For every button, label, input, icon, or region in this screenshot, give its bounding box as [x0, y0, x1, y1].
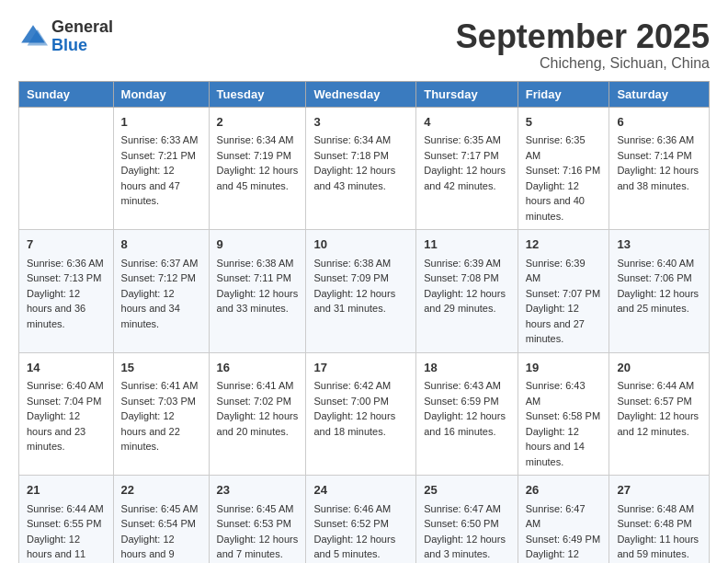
sunset-text: Sunset: 7:17 PM — [424, 150, 498, 161]
calendar-cell: 11Sunrise: 6:39 AMSunset: 7:08 PMDayligh… — [416, 230, 518, 353]
sunset-text: Sunset: 6:59 PM — [424, 396, 498, 407]
calendar-cell: 6Sunrise: 6:36 AMSunset: 7:14 PMDaylight… — [609, 107, 710, 230]
sunset-text: Sunset: 6:50 PM — [424, 518, 498, 529]
sunrise-text: Sunrise: 6:40 AM — [617, 258, 694, 269]
day-number: 8 — [121, 236, 201, 254]
sunrise-text: Sunrise: 6:45 AM — [121, 503, 199, 514]
sunset-text: Sunset: 6:52 PM — [313, 518, 388, 529]
sunset-text: Sunset: 7:11 PM — [217, 272, 291, 283]
title-block: September 2025 Chicheng, Sichuan, China — [456, 18, 710, 72]
col-saturday: Saturday — [609, 81, 710, 107]
sunrise-text: Sunrise: 6:38 AM — [313, 258, 391, 269]
day-number: 14 — [27, 359, 106, 377]
sunset-text: Sunset: 7:07 PM — [526, 288, 600, 299]
calendar-header-row: Sunday Monday Tuesday Wednesday Thursday… — [19, 81, 710, 107]
calendar-cell: 1Sunrise: 6:33 AMSunset: 7:21 PMDaylight… — [113, 107, 209, 230]
logo: General Blue — [18, 18, 113, 55]
calendar-cell: 3Sunrise: 6:34 AMSunset: 7:18 PMDaylight… — [306, 107, 416, 230]
logo-text: General Blue — [51, 18, 113, 55]
sunset-text: Sunset: 6:48 PM — [617, 518, 691, 529]
day-number: 27 — [617, 481, 701, 500]
sunrise-text: Sunrise: 6:39 AM — [526, 258, 586, 284]
sunset-text: Sunset: 7:02 PM — [217, 396, 291, 407]
calendar-cell: 2Sunrise: 6:34 AMSunset: 7:19 PMDaylight… — [209, 107, 306, 230]
sunset-text: Sunset: 7:16 PM — [526, 165, 600, 176]
day-number: 10 — [313, 236, 408, 254]
sunrise-text: Sunrise: 6:48 AM — [617, 503, 694, 514]
sunrise-text: Sunrise: 6:34 AM — [313, 134, 391, 145]
daylight-text: Daylight: 12 hours and 29 minutes. — [424, 288, 506, 315]
daylight-text: Daylight: 12 hours and 34 minutes. — [121, 288, 180, 329]
sunset-text: Sunset: 6:55 PM — [27, 518, 101, 529]
col-tuesday: Tuesday — [209, 81, 306, 107]
sunset-text: Sunset: 7:08 PM — [424, 272, 498, 283]
day-number: 6 — [617, 113, 701, 132]
sunrise-text: Sunrise: 6:36 AM — [27, 258, 104, 269]
day-number: 17 — [313, 359, 408, 377]
calendar-cell: 7Sunrise: 6:36 AMSunset: 7:13 PMDaylight… — [19, 230, 114, 353]
calendar-cell: 20Sunrise: 6:44 AMSunset: 6:57 PMDayligh… — [609, 352, 710, 476]
sunset-text: Sunset: 6:53 PM — [217, 518, 291, 529]
daylight-text: Daylight: 12 hours and 25 minutes. — [617, 288, 699, 315]
daylight-text: Daylight: 12 hours and 33 minutes. — [217, 288, 299, 315]
daylight-text: Daylight: 12 hours and 38 minutes. — [617, 165, 699, 191]
daylight-text: Daylight: 12 hours and 16 minutes. — [424, 410, 506, 437]
calendar-week-row: 1Sunrise: 6:33 AMSunset: 7:21 PMDaylight… — [19, 107, 710, 230]
sunrise-text: Sunrise: 6:39 AM — [424, 258, 501, 269]
col-monday: Monday — [113, 81, 209, 107]
sunset-text: Sunset: 7:14 PM — [617, 150, 691, 161]
sunrise-text: Sunrise: 6:41 AM — [121, 380, 199, 391]
day-number: 11 — [424, 236, 509, 254]
calendar-subtitle: Chicheng, Sichuan, China — [456, 55, 710, 72]
sunset-text: Sunset: 6:54 PM — [121, 518, 196, 529]
sunrise-text: Sunrise: 6:45 AM — [217, 503, 294, 514]
sunrise-text: Sunrise: 6:46 AM — [313, 503, 391, 514]
daylight-text: Daylight: 12 hours and 47 minutes. — [121, 165, 180, 206]
calendar-cell: 27Sunrise: 6:48 AMSunset: 6:48 PMDayligh… — [609, 476, 710, 563]
daylight-text: Daylight: 12 hours and 42 minutes. — [424, 165, 506, 191]
day-number: 15 — [121, 359, 201, 377]
daylight-text: Daylight: 12 hours and 1 minute. — [526, 548, 579, 563]
day-number: 18 — [424, 359, 509, 377]
daylight-text: Daylight: 12 hours and 20 minutes. — [217, 410, 299, 437]
sunset-text: Sunset: 7:21 PM — [121, 150, 196, 161]
calendar-cell: 17Sunrise: 6:42 AMSunset: 7:00 PMDayligh… — [306, 352, 416, 476]
day-number: 12 — [526, 236, 602, 254]
day-number: 13 — [617, 236, 701, 254]
col-sunday: Sunday — [19, 81, 114, 107]
daylight-text: Daylight: 12 hours and 3 minutes. — [424, 534, 506, 560]
sunrise-text: Sunrise: 6:34 AM — [217, 134, 294, 145]
calendar-table: Sunday Monday Tuesday Wednesday Thursday… — [18, 81, 710, 563]
sunset-text: Sunset: 6:57 PM — [617, 396, 691, 407]
sunset-text: Sunset: 6:49 PM — [526, 534, 600, 545]
daylight-text: Daylight: 12 hours and 18 minutes. — [313, 410, 395, 437]
day-number: 9 — [217, 236, 299, 254]
sunrise-text: Sunrise: 6:44 AM — [617, 380, 694, 391]
sunset-text: Sunset: 7:19 PM — [217, 150, 291, 161]
calendar-cell: 4Sunrise: 6:35 AMSunset: 7:17 PMDaylight… — [416, 107, 518, 230]
calendar-week-row: 7Sunrise: 6:36 AMSunset: 7:13 PMDaylight… — [19, 230, 710, 353]
daylight-text: Daylight: 12 hours and 31 minutes. — [313, 288, 395, 315]
calendar-cell: 14Sunrise: 6:40 AMSunset: 7:04 PMDayligh… — [19, 352, 114, 476]
calendar-cell: 19Sunrise: 6:43 AMSunset: 6:58 PMDayligh… — [518, 352, 609, 476]
day-number: 21 — [27, 481, 106, 500]
sunrise-text: Sunrise: 6:35 AM — [526, 134, 586, 161]
day-number: 25 — [424, 481, 509, 500]
calendar-cell: 12Sunrise: 6:39 AMSunset: 7:07 PMDayligh… — [518, 230, 609, 353]
calendar-title: September 2025 — [456, 18, 710, 55]
day-number: 5 — [526, 113, 602, 132]
sunset-text: Sunset: 7:04 PM — [27, 396, 101, 407]
day-number: 2 — [217, 113, 299, 132]
daylight-text: Daylight: 12 hours and 9 minutes. — [121, 534, 175, 563]
daylight-text: Daylight: 12 hours and 12 minutes. — [617, 410, 699, 437]
sunset-text: Sunset: 7:00 PM — [313, 396, 388, 407]
day-number: 7 — [27, 236, 106, 254]
day-number: 3 — [313, 113, 408, 132]
calendar-cell: 9Sunrise: 6:38 AMSunset: 7:11 PMDaylight… — [209, 230, 306, 353]
sunset-text: Sunset: 7:13 PM — [27, 272, 101, 283]
day-number: 4 — [424, 113, 509, 132]
calendar-cell: 16Sunrise: 6:41 AMSunset: 7:02 PMDayligh… — [209, 352, 306, 476]
calendar-cell: 22Sunrise: 6:45 AMSunset: 6:54 PMDayligh… — [113, 476, 209, 563]
logo-blue: Blue — [51, 36, 87, 54]
daylight-text: Daylight: 12 hours and 14 minutes. — [526, 426, 585, 467]
